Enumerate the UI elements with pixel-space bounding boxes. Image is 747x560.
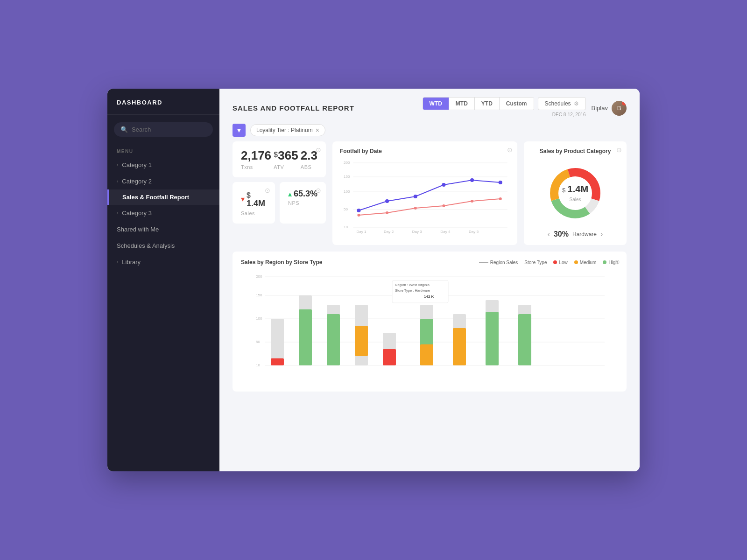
- svg-text:Day 2: Day 2: [384, 230, 394, 234]
- trend-up-icon: ▴: [288, 189, 292, 198]
- chevron-right-icon: ›: [117, 162, 118, 168]
- bar-card-header: Sales by Region by Store Type Region Sal…: [241, 259, 618, 266]
- svg-point-21: [499, 197, 502, 200]
- search-input[interactable]: [132, 126, 206, 133]
- svg-point-19: [442, 204, 445, 207]
- chevron-down-icon: ‹: [117, 179, 118, 184]
- nps-card: ⊙ ▴ 65.3% NPS: [280, 182, 326, 224]
- svg-text:Region : West Virginia: Region : West Virginia: [395, 283, 430, 287]
- legend-dot-medium: [574, 260, 578, 264]
- svg-point-18: [414, 207, 417, 210]
- date-range: DEC 8-12, 2016: [552, 112, 586, 119]
- donut-prev-button[interactable]: ‹: [548, 230, 550, 238]
- donut-next-button[interactable]: ›: [600, 230, 603, 238]
- svg-rect-42: [271, 358, 284, 365]
- period-buttons: WTD MTD YTD Custom: [423, 97, 534, 110]
- donut-chart-title: Sales by Product Category: [540, 148, 611, 154]
- ytd-button[interactable]: YTD: [475, 98, 500, 110]
- header-right: WTD MTD YTD Custom Schedules ⚙ DEC 8-12,…: [423, 97, 627, 119]
- chevron-right-icon-3: ›: [117, 259, 118, 265]
- sidebar-item-cat1[interactable]: › Category 1: [107, 157, 219, 173]
- search-icon: 🔍: [120, 126, 128, 133]
- trend-down-icon: ▾: [241, 195, 245, 203]
- svg-text:Day 4: Day 4: [440, 230, 451, 234]
- legend-region-sales: Region Sales: [479, 260, 518, 265]
- donut-chart-container: $ 1.4M Sales: [545, 163, 606, 224]
- metric-column: ⊙ 2,176 Txns $365 ATV: [233, 141, 326, 245]
- donut-category: Hardware: [572, 231, 597, 238]
- bar-chart-area: 200 150 100 50 10: [241, 272, 618, 384]
- svg-text:10: 10: [256, 363, 260, 367]
- donut-center: $ 1.4M Sales: [562, 184, 588, 203]
- svg-text:150: 150: [256, 293, 262, 297]
- search-box[interactable]: 🔍: [114, 122, 213, 137]
- footfall-card: ⊙ Footfall by Date 200 150 100 50 10: [332, 141, 517, 245]
- sidebar-item-library[interactable]: › Library: [107, 254, 219, 270]
- sidebar: DASHBOARD 🔍 MENU › Category 1 ‹ Category…: [107, 89, 219, 471]
- footfall-chart-title: Footfall by Date: [340, 148, 510, 154]
- svg-rect-64: [518, 314, 531, 365]
- sales-card: ⊙ ▾ $1.4M Sales: [233, 182, 275, 224]
- notification-badge: [622, 101, 627, 105]
- svg-text:100: 100: [256, 316, 262, 321]
- legend-store-type-label: Store Type: [524, 260, 547, 265]
- chevron-right-icon-2: ›: [117, 210, 118, 216]
- donut-card: ⊙ Sales by Product Category: [524, 141, 627, 245]
- sidebar-item-schedules[interactable]: Schedules & Analysis: [107, 238, 219, 254]
- donut-navigation: ‹ 30% Hardware ›: [548, 230, 603, 238]
- svg-text:50: 50: [344, 207, 348, 211]
- svg-text:200: 200: [344, 161, 350, 165]
- txns-value: 2,176: [241, 149, 271, 162]
- abs-label: ABS: [301, 164, 317, 170]
- svg-text:100: 100: [344, 189, 350, 194]
- schedules-button[interactable]: Schedules ⚙: [538, 97, 586, 110]
- sidebar-item-sales-footfall[interactable]: Sales & Footfall Report: [107, 189, 219, 205]
- close-icon-sales[interactable]: ⊙: [265, 187, 270, 194]
- close-icon-metrics[interactable]: ⊙: [316, 146, 321, 154]
- legend-medium: Medium: [574, 260, 597, 265]
- close-icon-donut[interactable]: ⊙: [616, 146, 622, 154]
- svg-point-10: [357, 209, 360, 212]
- sidebar-item-cat2[interactable]: ‹ Category 2: [107, 173, 219, 189]
- svg-point-11: [385, 199, 389, 203]
- sidebar-item-shared[interactable]: Shared with Me: [107, 221, 219, 238]
- legend-dot-high: [603, 260, 606, 264]
- close-icon-bar[interactable]: ⊙: [614, 258, 620, 266]
- svg-text:50: 50: [256, 340, 260, 344]
- svg-rect-58: [420, 344, 433, 365]
- mtd-button[interactable]: MTD: [449, 98, 475, 110]
- filter-icon[interactable]: ▼: [233, 124, 246, 137]
- sidebar-item-cat3[interactable]: › Category 3: [107, 205, 219, 221]
- bar-legend: Region Sales Store Type Low Medium: [479, 260, 618, 265]
- bar-chart-title: Sales by Region by Store Type: [241, 259, 323, 266]
- svg-text:Day 5: Day 5: [469, 230, 479, 234]
- wtd-button[interactable]: WTD: [423, 98, 449, 110]
- svg-text:10: 10: [344, 225, 348, 229]
- svg-point-16: [357, 214, 360, 217]
- cards-row: ⊙ 2,176 Txns $365 ATV: [219, 141, 640, 252]
- sales-value: $1.4M: [247, 189, 267, 209]
- atv-value: $365: [274, 149, 298, 162]
- menu-label: MENU: [107, 144, 219, 157]
- filter-tag[interactable]: Loyality Tier : Platinum ×: [250, 124, 325, 136]
- custom-button[interactable]: Custom: [500, 98, 534, 110]
- legend-line-region: [479, 262, 488, 263]
- nps-label: NPS: [288, 200, 317, 206]
- legend-low: Low: [553, 260, 567, 265]
- footfall-chart-area: 200 150 100 50 10: [340, 159, 510, 234]
- close-icon-nps[interactable]: ⊙: [316, 187, 321, 194]
- svg-point-15: [499, 181, 502, 184]
- filter-remove-button[interactable]: ×: [316, 126, 319, 134]
- txns-label: Txns: [241, 164, 271, 170]
- svg-text:Day 1: Day 1: [356, 230, 366, 234]
- main-header: SALES AND FOOTFALL REPORT WTD MTD YTD Cu…: [219, 89, 640, 119]
- filter-bar: ▼ Loyality Tier : Platinum ×: [219, 119, 640, 141]
- svg-text:200: 200: [256, 274, 262, 279]
- metrics-card-top: ⊙ 2,176 Txns $365 ATV: [233, 141, 326, 177]
- sidebar-title: DASHBOARD: [107, 89, 219, 115]
- period-group: WTD MTD YTD Custom Schedules ⚙ DEC 8-12,…: [423, 97, 586, 119]
- svg-rect-62: [486, 312, 499, 365]
- close-icon-footfall[interactable]: ⊙: [507, 146, 513, 154]
- svg-point-17: [386, 211, 388, 214]
- user-area: Biplav B: [592, 101, 627, 116]
